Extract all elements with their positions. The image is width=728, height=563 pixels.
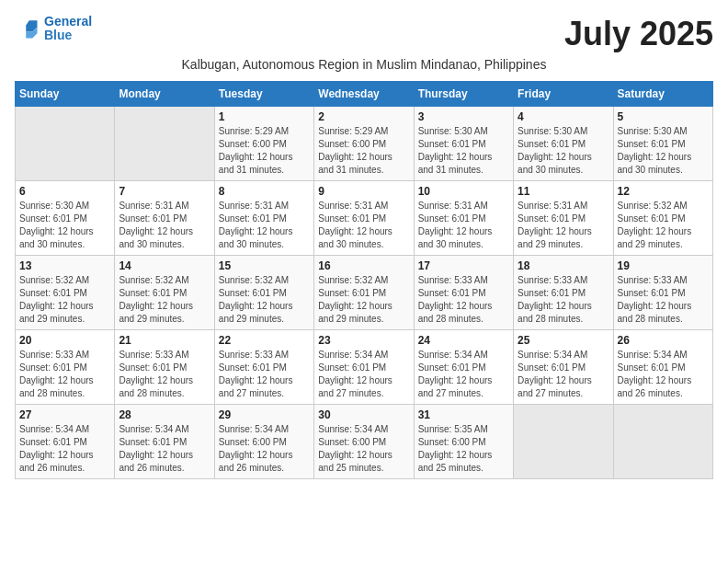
calendar-week-row: 1Sunrise: 5:29 AM Sunset: 6:00 PM Daylig… [16,107,713,181]
day-number: 22 [219,334,310,347]
calendar-cell: 27Sunrise: 5:34 AM Sunset: 6:01 PM Dayli… [16,405,115,479]
calendar-cell: 17Sunrise: 5:33 AM Sunset: 6:01 PM Dayli… [414,256,513,330]
calendar-cell: 19Sunrise: 5:33 AM Sunset: 6:01 PM Dayli… [613,256,712,330]
day-detail: Sunrise: 5:31 AM Sunset: 6:01 PM Dayligh… [318,200,409,251]
calendar-table: SundayMondayTuesdayWednesdayThursdayFrid… [15,81,713,479]
logo-text: General Blue [44,15,92,43]
day-number: 12 [618,185,709,198]
day-number: 17 [418,259,509,272]
calendar-cell: 18Sunrise: 5:33 AM Sunset: 6:01 PM Dayli… [514,256,613,330]
day-number: 8 [219,185,310,198]
day-detail: Sunrise: 5:34 AM Sunset: 6:00 PM Dayligh… [219,423,310,475]
calendar-week-row: 27Sunrise: 5:34 AM Sunset: 6:01 PM Dayli… [16,405,713,479]
day-number: 29 [219,408,310,421]
calendar-cell: 11Sunrise: 5:31 AM Sunset: 6:01 PM Dayli… [514,181,613,256]
day-number: 27 [19,408,110,421]
day-number: 21 [119,334,210,347]
calendar-cell: 10Sunrise: 5:31 AM Sunset: 6:01 PM Dayli… [414,181,513,256]
day-detail: Sunrise: 5:34 AM Sunset: 6:01 PM Dayligh… [19,423,110,475]
page-subtitle: Kalbugan, Autonomous Region in Muslim Mi… [15,57,713,72]
calendar-cell: 30Sunrise: 5:34 AM Sunset: 6:00 PM Dayli… [314,405,414,479]
day-number: 28 [119,408,210,421]
day-number: 23 [318,334,409,347]
calendar-cell: 13Sunrise: 5:32 AM Sunset: 6:01 PM Dayli… [16,256,115,330]
day-detail: Sunrise: 5:32 AM Sunset: 6:01 PM Dayligh… [618,200,709,251]
day-number: 16 [318,259,409,272]
calendar-cell: 8Sunrise: 5:31 AM Sunset: 6:01 PM Daylig… [214,181,313,256]
calendar-cell: 15Sunrise: 5:32 AM Sunset: 6:01 PM Dayli… [214,256,313,330]
calendar-header-row: SundayMondayTuesdayWednesdayThursdayFrid… [16,82,713,107]
calendar-header-wednesday: Wednesday [314,82,414,107]
calendar-cell: 31Sunrise: 5:35 AM Sunset: 6:00 PM Dayli… [414,405,513,479]
day-detail: Sunrise: 5:34 AM Sunset: 6:01 PM Dayligh… [318,349,409,400]
day-detail: Sunrise: 5:34 AM Sunset: 6:01 PM Dayligh… [618,349,709,400]
calendar-cell: 29Sunrise: 5:34 AM Sunset: 6:00 PM Dayli… [214,405,313,479]
day-number: 7 [119,185,210,198]
day-detail: Sunrise: 5:35 AM Sunset: 6:00 PM Dayligh… [418,423,509,475]
calendar-cell: 1Sunrise: 5:29 AM Sunset: 6:00 PM Daylig… [214,107,313,181]
day-number: 3 [418,110,509,123]
calendar-cell: 5Sunrise: 5:30 AM Sunset: 6:01 PM Daylig… [613,107,712,181]
day-detail: Sunrise: 5:33 AM Sunset: 6:01 PM Dayligh… [518,274,609,326]
day-number: 25 [518,334,609,347]
day-detail: Sunrise: 5:34 AM Sunset: 6:01 PM Dayligh… [418,349,509,400]
day-detail: Sunrise: 5:32 AM Sunset: 6:01 PM Dayligh… [219,274,310,326]
day-detail: Sunrise: 5:31 AM Sunset: 6:01 PM Dayligh… [119,200,210,251]
day-detail: Sunrise: 5:29 AM Sunset: 6:00 PM Dayligh… [219,125,310,177]
day-number: 30 [318,408,409,421]
day-number: 20 [19,334,110,347]
logo-icon [15,16,40,41]
calendar-header-saturday: Saturday [613,82,712,107]
day-detail: Sunrise: 5:30 AM Sunset: 6:01 PM Dayligh… [418,125,509,177]
day-number: 24 [418,334,509,347]
day-detail: Sunrise: 5:33 AM Sunset: 6:01 PM Dayligh… [119,349,210,400]
calendar-cell: 4Sunrise: 5:30 AM Sunset: 6:01 PM Daylig… [514,107,613,181]
calendar-header-friday: Friday [514,82,613,107]
calendar-header-monday: Monday [115,82,214,107]
calendar-cell [115,107,214,181]
day-number: 31 [418,408,509,421]
page-title: July 2025 [564,15,713,53]
day-detail: Sunrise: 5:33 AM Sunset: 6:01 PM Dayligh… [618,274,709,326]
day-detail: Sunrise: 5:31 AM Sunset: 6:01 PM Dayligh… [219,200,310,251]
day-detail: Sunrise: 5:30 AM Sunset: 6:01 PM Dayligh… [618,125,709,177]
calendar-cell: 3Sunrise: 5:30 AM Sunset: 6:01 PM Daylig… [414,107,513,181]
calendar-header-tuesday: Tuesday [214,82,313,107]
calendar-cell: 25Sunrise: 5:34 AM Sunset: 6:01 PM Dayli… [514,330,613,405]
calendar-header-thursday: Thursday [414,82,513,107]
calendar-header-sunday: Sunday [16,82,115,107]
day-number: 19 [618,259,709,272]
calendar-cell: 7Sunrise: 5:31 AM Sunset: 6:01 PM Daylig… [115,181,214,256]
calendar-cell: 28Sunrise: 5:34 AM Sunset: 6:01 PM Dayli… [115,405,214,479]
day-detail: Sunrise: 5:31 AM Sunset: 6:01 PM Dayligh… [518,200,609,251]
calendar-cell: 12Sunrise: 5:32 AM Sunset: 6:01 PM Dayli… [613,181,712,256]
calendar-cell: 14Sunrise: 5:32 AM Sunset: 6:01 PM Dayli… [115,256,214,330]
day-number: 15 [219,259,310,272]
calendar-cell: 16Sunrise: 5:32 AM Sunset: 6:01 PM Dayli… [314,256,414,330]
day-number: 10 [418,185,509,198]
calendar-cell: 6Sunrise: 5:30 AM Sunset: 6:01 PM Daylig… [16,181,115,256]
day-number: 11 [518,185,609,198]
logo: General Blue [15,15,92,43]
day-number: 5 [618,110,709,123]
calendar-week-row: 20Sunrise: 5:33 AM Sunset: 6:01 PM Dayli… [16,330,713,405]
calendar-cell: 23Sunrise: 5:34 AM Sunset: 6:01 PM Dayli… [314,330,414,405]
calendar-week-row: 6Sunrise: 5:30 AM Sunset: 6:01 PM Daylig… [16,181,713,256]
day-detail: Sunrise: 5:29 AM Sunset: 6:00 PM Dayligh… [318,125,409,177]
day-detail: Sunrise: 5:34 AM Sunset: 6:00 PM Dayligh… [318,423,409,475]
day-number: 9 [318,185,409,198]
day-detail: Sunrise: 5:30 AM Sunset: 6:01 PM Dayligh… [19,200,110,251]
calendar-cell: 22Sunrise: 5:33 AM Sunset: 6:01 PM Dayli… [214,330,313,405]
day-number: 1 [219,110,310,123]
calendar-cell [613,405,712,479]
day-detail: Sunrise: 5:32 AM Sunset: 6:01 PM Dayligh… [318,274,409,326]
calendar-cell [514,405,613,479]
calendar-week-row: 13Sunrise: 5:32 AM Sunset: 6:01 PM Dayli… [16,256,713,330]
calendar-cell [16,107,115,181]
calendar-cell: 9Sunrise: 5:31 AM Sunset: 6:01 PM Daylig… [314,181,414,256]
day-detail: Sunrise: 5:33 AM Sunset: 6:01 PM Dayligh… [19,349,110,400]
day-detail: Sunrise: 5:34 AM Sunset: 6:01 PM Dayligh… [518,349,609,400]
day-detail: Sunrise: 5:31 AM Sunset: 6:01 PM Dayligh… [418,200,509,251]
calendar-cell: 20Sunrise: 5:33 AM Sunset: 6:01 PM Dayli… [16,330,115,405]
day-detail: Sunrise: 5:32 AM Sunset: 6:01 PM Dayligh… [19,274,110,326]
